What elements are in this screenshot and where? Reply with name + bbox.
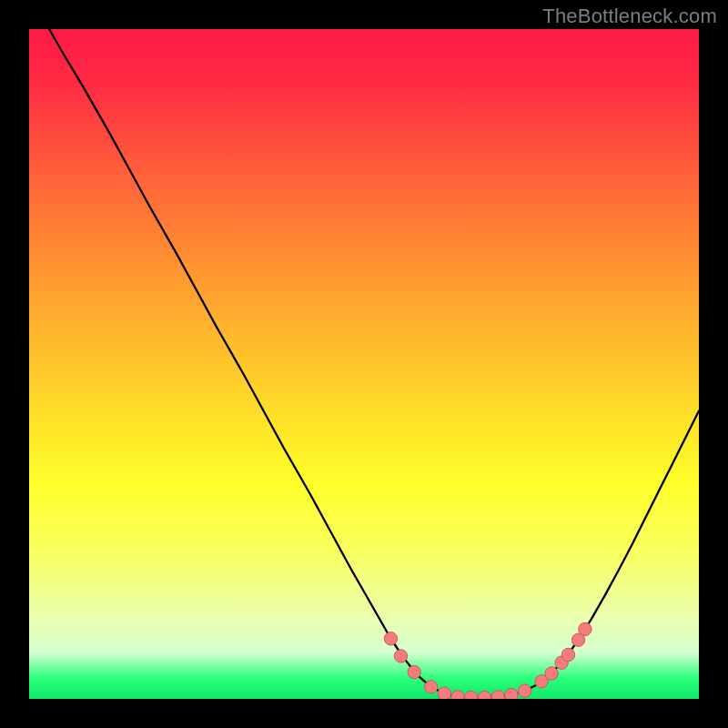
data-point [394,650,407,662]
data-point [505,688,518,699]
data-point [451,691,464,699]
watermark-text: TheBottleneck.com [542,5,717,28]
data-point [579,622,592,635]
chart-container: TheBottleneck.com [0,0,728,728]
data-point [491,691,504,699]
data-point [424,681,437,693]
data-point [408,665,420,678]
plot-area [29,29,699,699]
points-layer [29,29,699,699]
data-point [518,684,531,697]
data-point [545,667,558,680]
data-point [561,648,574,661]
data-points-group [384,622,592,699]
data-point [465,691,478,699]
data-point [478,691,490,699]
data-point [384,632,397,645]
data-point [438,687,450,699]
